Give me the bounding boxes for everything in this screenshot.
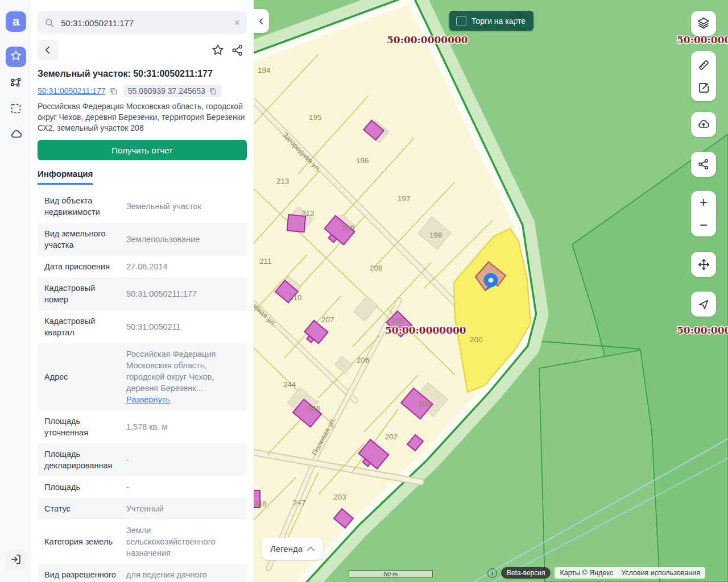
upload-layer-button[interactable] bbox=[691, 112, 716, 137]
parcel-label: 200 bbox=[470, 335, 483, 344]
logout-button[interactable] bbox=[6, 550, 26, 571]
favorites-button[interactable] bbox=[6, 47, 26, 67]
map-area: Загородная ул. Ясеневая ул. Полевая ул. … bbox=[254, 0, 728, 582]
clear-search-icon[interactable]: × bbox=[234, 18, 240, 28]
move-icon bbox=[697, 258, 710, 271]
parcel-label: 211 bbox=[259, 257, 272, 265]
parcel-label: 205 bbox=[391, 317, 404, 325]
cloud-layers-button[interactable] bbox=[6, 125, 26, 146]
object-badges: 50:31:0050211:177 55.080939 37.245653 bbox=[38, 85, 247, 97]
parcel-label: 194 bbox=[258, 66, 271, 74]
app-logo-icon[interactable]: a bbox=[6, 11, 26, 32]
info-row: СтатусУчтенный bbox=[38, 498, 247, 519]
forest-polygon bbox=[539, 350, 660, 582]
left-rail: a bbox=[0, 0, 32, 582]
scale-label: 50 m bbox=[384, 571, 398, 577]
parcel-label: 210 bbox=[289, 293, 302, 302]
draw-polygon-button[interactable] bbox=[6, 74, 26, 94]
cadastral-quarter-label: 50:00:0000000 bbox=[387, 34, 468, 45]
chevron-up-icon bbox=[307, 546, 315, 551]
copyright-label: Карты © Яндекс bbox=[560, 569, 613, 577]
back-button[interactable] bbox=[38, 40, 58, 60]
parcel-label: 208 bbox=[370, 264, 383, 272]
cadastral-number-link[interactable]: 50:31:0050211:177 bbox=[38, 86, 106, 95]
parcel-label: 209 bbox=[342, 224, 355, 232]
cadastral-map[interactable]: Загородная ул. Ясеневая ул. Полевая ул. … bbox=[254, 0, 728, 582]
favorite-star-button[interactable] bbox=[208, 40, 228, 60]
parcel-label: 212 bbox=[301, 209, 315, 218]
parcel-label: 201 bbox=[419, 400, 432, 408]
parcel-label: 198 bbox=[429, 231, 442, 239]
dashed-square-icon bbox=[10, 102, 22, 117]
info-row: Площадь уточненная1,578 кв. м bbox=[38, 410, 247, 443]
parcel-label: 213 bbox=[276, 177, 289, 185]
polygon-icon bbox=[10, 77, 22, 92]
zoom-out-button[interactable]: − bbox=[691, 214, 716, 236]
expand-address-link[interactable]: Развернуть bbox=[126, 395, 170, 404]
info-row: Дата присвоения27.06.2014 bbox=[38, 256, 247, 277]
cadastral-quarter-label: 50:00:0000000 bbox=[385, 325, 466, 336]
checkbox-icon[interactable] bbox=[456, 16, 466, 26]
cadastral-quarter-label: 50:00:0000000 bbox=[677, 34, 728, 45]
edit-button[interactable] bbox=[691, 76, 716, 99]
zoom-controls: + − bbox=[691, 191, 716, 236]
info-row: Категория земельЗемли сельскохозяйственн… bbox=[38, 519, 247, 564]
beta-badge: Beta-версия bbox=[501, 567, 551, 579]
terms-link[interactable]: Условия использования bbox=[621, 569, 700, 577]
info-row: Вид разрешенного использованиядля ведени… bbox=[38, 564, 247, 582]
parcel-label: 206 bbox=[357, 356, 370, 364]
parcel-label: 197 bbox=[398, 194, 411, 203]
info-icon[interactable]: i bbox=[487, 568, 497, 578]
get-report-button[interactable]: Получить отчет bbox=[38, 140, 247, 160]
info-table: Вид объекта недвижимостиЗемельный участо… bbox=[38, 190, 247, 582]
info-row: Вид объекта недвижимостиЗемельный участо… bbox=[38, 190, 247, 223]
tabs: Информация bbox=[38, 169, 247, 190]
locate-me-button[interactable] bbox=[691, 292, 716, 317]
details-panel: × Земельный участок: 50:31:0050211:177 5… bbox=[31, 0, 254, 582]
info-row: Площадь декларированная- bbox=[38, 443, 247, 476]
coordinates-badge: 55.080939 37.245653 bbox=[123, 85, 222, 97]
parcel-label: 246 bbox=[308, 404, 321, 413]
copy-icon[interactable] bbox=[209, 87, 217, 95]
share-icon bbox=[697, 158, 710, 171]
map-attribution: i Beta-версия Карты © Яндекс Условия исп… bbox=[487, 567, 705, 579]
object-title: Земельный участок: 50:31:0050211:177 bbox=[38, 69, 247, 79]
info-row: Вид земельного участкаЗемлепользование bbox=[38, 223, 247, 256]
info-row: Площадь- bbox=[38, 476, 247, 498]
measure-edit-group bbox=[691, 51, 716, 101]
ruler-button[interactable] bbox=[691, 53, 716, 76]
logout-icon bbox=[10, 553, 22, 568]
navigation-arrow-icon bbox=[697, 298, 710, 310]
share-button[interactable] bbox=[228, 40, 247, 60]
search-input[interactable] bbox=[60, 18, 234, 28]
parcel-label: 203 bbox=[333, 493, 346, 501]
edit-icon bbox=[697, 81, 710, 94]
coordinates-value: 55.080939 37.245653 bbox=[128, 86, 205, 95]
info-row: Кадастровый номер50:31:0050211:177 bbox=[38, 277, 247, 310]
scale-bar: 50 m bbox=[349, 570, 433, 577]
zoom-in-button[interactable]: + bbox=[691, 191, 716, 214]
object-address: Российская Федерация Московская область,… bbox=[38, 101, 247, 134]
info-row: Адрес Российская Федерация Московская об… bbox=[38, 343, 247, 410]
legend-button[interactable]: Легенда bbox=[262, 538, 323, 560]
parcel-label: 248 bbox=[254, 500, 267, 508]
share-map-button[interactable] bbox=[691, 152, 716, 177]
layers-button[interactable] bbox=[691, 11, 716, 36]
layers-icon bbox=[697, 16, 710, 30]
copy-icon[interactable] bbox=[109, 87, 118, 95]
parcel-label: 202 bbox=[385, 433, 398, 441]
collapse-panel-button[interactable] bbox=[254, 9, 269, 33]
app: a bbox=[0, 0, 728, 582]
auctions-on-map-toggle[interactable]: Торги на карте bbox=[449, 11, 533, 31]
select-area-button[interactable] bbox=[6, 99, 26, 120]
gavel-icon bbox=[504, 11, 530, 31]
pan-mode-button[interactable] bbox=[691, 252, 716, 277]
ruler-icon bbox=[697, 59, 710, 72]
cadastral-quarter-label: 50:00:0000000 bbox=[677, 325, 728, 336]
tab-information[interactable]: Информация bbox=[38, 169, 93, 185]
star-icon bbox=[10, 49, 22, 64]
search-icon bbox=[44, 18, 55, 28]
cloud-icon bbox=[10, 128, 23, 143]
object-toolbar bbox=[38, 40, 247, 60]
parcel-label: 195 bbox=[309, 113, 322, 122]
